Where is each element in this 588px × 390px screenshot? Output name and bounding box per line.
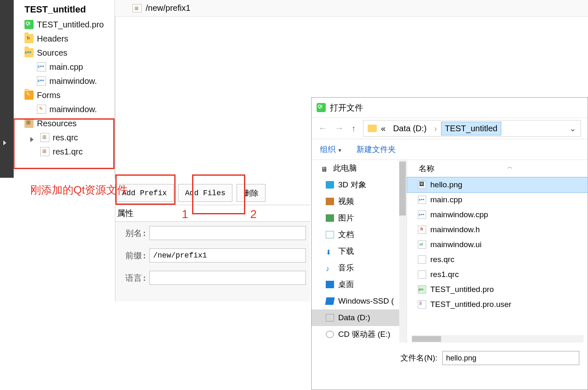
file-item-mainwindow-cpp[interactable]: mainwindow.cpp — [407, 207, 588, 222]
resource-properties: 属性 别名: 前缀: 语言: — [115, 205, 310, 302]
cpp-file-icon — [37, 76, 46, 86]
chevron-down-icon[interactable]: ⌄ — [569, 123, 576, 133]
dialog-toolbar: 组织▼ 新建文件夹 — [312, 139, 588, 160]
file-item-res1-qrc[interactable]: res1.qrc — [407, 267, 588, 282]
project-tree: TEST_untitled TEST_untitled.pro Headers … — [14, 0, 115, 179]
sidebar-this-pc[interactable]: 此电脑 — [312, 160, 407, 177]
sidebar-desktop[interactable]: 桌面 — [312, 276, 407, 293]
nav-back-icon[interactable]: ← — [318, 123, 327, 134]
tree-group-headers[interactable]: Headers — [14, 32, 115, 46]
tree-file-mainwindow-cpp[interactable]: mainwindow. — [14, 74, 115, 88]
annotation-text-resources: 刚添加的Qt资源文件 — [30, 183, 128, 197]
language-label: 语言: — [120, 272, 149, 284]
sidebar-data-d[interactable]: Data (D:) — [312, 309, 407, 326]
cpp-file-icon — [37, 62, 46, 71]
tree-label: main.cpp — [49, 62, 83, 72]
scrollbar-handle[interactable] — [399, 162, 406, 216]
qrc-file-icon — [40, 133, 49, 142]
editor-header: /new/prefix1 — [115, 0, 588, 17]
video-icon — [326, 198, 334, 205]
file-item-hello-png[interactable]: hello.png — [407, 177, 588, 192]
file-name: TEST_untitled.pro — [430, 285, 494, 294]
file-name: hello.png — [430, 180, 462, 189]
tree-file-main-cpp[interactable]: main.cpp — [14, 60, 115, 74]
sidebar-video[interactable]: 视频 — [312, 193, 407, 210]
sidebar-music[interactable]: 音乐 — [312, 260, 407, 276]
sidebar-documents[interactable]: 文档 — [312, 226, 407, 243]
file-name: mainwindow.h — [430, 225, 480, 234]
crumb-target[interactable]: TEST_untitled — [441, 122, 501, 135]
annotation-number-1: 1 — [182, 208, 188, 221]
sidebar-windows-ssd[interactable]: Windows-SSD ( — [312, 293, 407, 309]
cpp-file-icon — [418, 211, 426, 219]
prefix-label: 前缀: — [120, 250, 149, 261]
vs-file-icon — [418, 300, 426, 309]
alias-input[interactable] — [149, 226, 306, 240]
sort-indicator-icon[interactable]: ︿ — [507, 163, 513, 171]
annotation-number-2: 2 — [250, 208, 257, 221]
cd-icon — [326, 331, 334, 338]
folder-icon — [368, 125, 377, 132]
delete-button[interactable]: 删除 — [237, 184, 266, 202]
flyout-icon[interactable] — [3, 140, 6, 145]
sb-label: 此电脑 — [333, 163, 357, 174]
prefix-input[interactable] — [149, 248, 306, 262]
sb-label: 视频 — [338, 196, 354, 207]
file-item-pro[interactable]: TEST_untitled.pro — [407, 282, 588, 297]
sb-label: Windows-SSD ( — [338, 297, 394, 306]
file-item-res-qrc[interactable]: res.qrc — [407, 252, 588, 267]
crumb-ellipsis[interactable]: « — [381, 124, 385, 133]
tree-label: TEST_untitled.pro — [37, 20, 104, 29]
file-list-hscrollbar[interactable] — [411, 335, 583, 343]
file-item-mainwindow-h[interactable]: mainwindow.h — [407, 222, 588, 237]
tree-file-res1-qrc[interactable]: res1.qrc — [14, 145, 115, 159]
tree-group-sources[interactable]: Sources — [14, 46, 115, 60]
sidebar-cd-drive[interactable]: CD 驱动器 (E:) — [312, 326, 407, 343]
tree-group-resources[interactable]: Resources — [14, 116, 115, 130]
file-item-pro-user[interactable]: TEST_untitled.pro.user — [407, 297, 588, 312]
nav-forward-icon[interactable]: → — [335, 123, 344, 134]
project-root[interactable]: TEST_untitled — [14, 0, 115, 17]
crumb-data-d[interactable]: Data (D:) — [390, 122, 430, 135]
prop-row-alias: 别名: — [115, 222, 310, 244]
sidebar-scrollbar[interactable] — [399, 160, 407, 343]
tree-label: Resources — [37, 119, 77, 128]
sb-label: 3D 对象 — [338, 179, 366, 190]
new-folder-button[interactable]: 新建文件夹 — [356, 144, 396, 155]
h-file-icon — [418, 226, 426, 234]
sb-label: 下载 — [338, 246, 354, 257]
sidebar-3d-objects[interactable]: 3D 对象 — [312, 177, 407, 193]
tree-label: res1.qrc — [53, 147, 83, 157]
breadcrumb[interactable]: « Data (D:) › TEST_untitled ⌄ — [363, 120, 581, 137]
tree-pro-file[interactable]: TEST_untitled.pro — [14, 17, 115, 32]
qrc-file-icon — [132, 4, 142, 12]
ui-file-icon — [37, 105, 46, 114]
open-resource-path: /new/prefix1 — [146, 3, 190, 13]
filename-input[interactable] — [442, 351, 579, 365]
ide-side-strip — [0, 0, 14, 178]
sidebar-pictures[interactable]: 图片 — [312, 210, 407, 226]
organize-menu[interactable]: 组织▼ — [320, 144, 342, 155]
scrollbar-handle[interactable] — [412, 336, 441, 342]
desktop-icon — [326, 281, 334, 288]
column-name[interactable]: 名称 — [419, 163, 434, 174]
file-item-mainwindow-ui[interactable]: mainwindow.ui — [407, 237, 588, 252]
language-input[interactable] — [149, 271, 306, 285]
windows-drive-icon — [325, 297, 334, 305]
file-list-header[interactable]: 名称 ︿ — [407, 160, 588, 177]
nav-up-icon[interactable]: ↑ — [351, 124, 356, 133]
dialog-title-text: 打开文件 — [330, 102, 363, 113]
folder-forms-icon — [24, 91, 34, 100]
add-files-button[interactable]: Add Files — [178, 184, 232, 202]
sidebar-downloads[interactable]: 下载 — [312, 243, 407, 260]
expand-caret-icon[interactable] — [30, 137, 34, 142]
file-name: res1.qrc — [430, 270, 459, 279]
file-item-main-cpp[interactable]: main.cpp — [407, 192, 588, 207]
open-file-dialog: 打开文件 ← → ↑ « Data (D:) › TEST_untitled ⌄… — [311, 97, 588, 390]
tree-file-res-qrc[interactable]: res.qrc — [14, 130, 115, 145]
panel-divider[interactable] — [115, 0, 115, 179]
tree-group-forms[interactable]: Forms — [14, 88, 115, 102]
image-file-icon — [418, 181, 426, 189]
tree-file-mainwindow-ui[interactable]: mainwindow. — [14, 102, 115, 116]
properties-title: 属性 — [115, 205, 310, 222]
